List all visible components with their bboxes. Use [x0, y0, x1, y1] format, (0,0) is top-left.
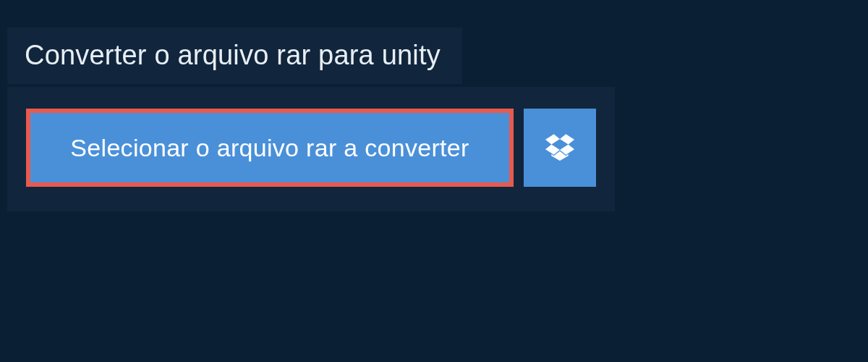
- page-title-text: Converter o arquivo rar para unity: [25, 40, 441, 70]
- upload-panel: Selecionar o arquivo rar a converter: [7, 87, 615, 211]
- svg-marker-1: [560, 134, 574, 144]
- button-row: Selecionar o arquivo rar a converter: [26, 109, 596, 187]
- page-root: Converter o arquivo rar para unity Selec…: [0, 0, 868, 362]
- page-title: Converter o arquivo rar para unity: [7, 28, 462, 84]
- select-file-button[interactable]: Selecionar o arquivo rar a converter: [26, 109, 514, 187]
- dropbox-button[interactable]: [524, 109, 596, 187]
- dropbox-icon: [545, 132, 574, 164]
- select-file-button-label: Selecionar o arquivo rar a converter: [70, 134, 469, 162]
- svg-marker-0: [545, 134, 560, 144]
